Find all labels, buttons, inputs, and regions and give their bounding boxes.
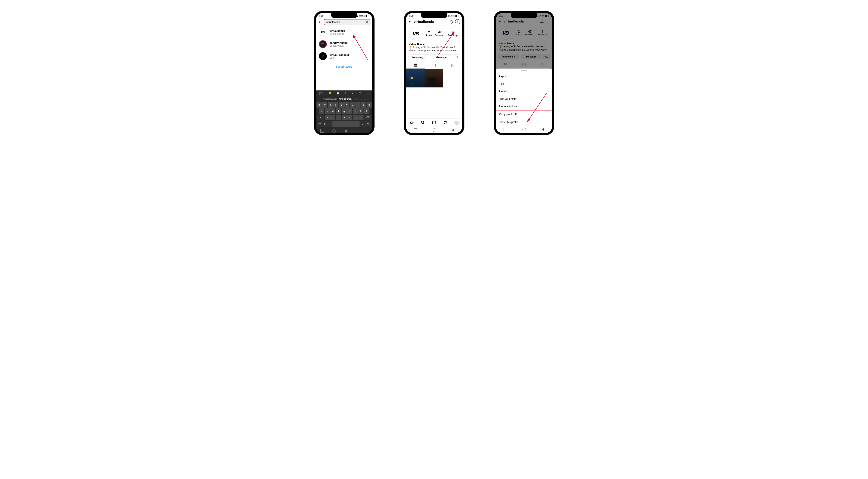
android-home-icon[interactable]	[523, 128, 526, 131]
key[interactable]: f	[336, 108, 341, 114]
key-shift[interactable]: ⇧	[317, 115, 324, 120]
phone-2: 3:26 9.4 K/s virtualbanda VB	[404, 11, 464, 135]
key-period[interactable]: .	[360, 121, 365, 127]
kb-collapse-icon[interactable]: ⌄	[318, 98, 320, 100]
key-emoji[interactable]: ☺	[323, 121, 327, 127]
key[interactable]: w	[322, 102, 327, 108]
nav-reels-icon[interactable]	[432, 121, 436, 125]
key[interactable]: k	[359, 108, 364, 114]
stat-following[interactable]: 7Following	[448, 31, 458, 37]
post-thumbnail[interactable]	[425, 69, 443, 88]
stat-posts[interactable]: 2Posts	[426, 31, 432, 37]
key[interactable]: c	[336, 115, 341, 120]
android-recent-icon[interactable]	[320, 129, 324, 133]
android-home-icon[interactable]	[332, 129, 336, 133]
svg-rect-12	[415, 65, 416, 66]
see-all-results[interactable]: See all results	[316, 62, 372, 71]
svg-point-7	[457, 23, 458, 23]
sheet-hide-story[interactable]: Hide your story	[496, 95, 552, 103]
android-back-icon[interactable]	[541, 128, 544, 131]
key[interactable]: q	[316, 102, 321, 108]
key[interactable]: d	[330, 108, 335, 114]
key[interactable]: s	[325, 108, 330, 114]
key[interactable]: z	[325, 115, 330, 120]
tab-grid[interactable]	[406, 62, 425, 69]
kb-more-icon[interactable]: ⋯	[367, 92, 369, 95]
sheet-restrict[interactable]: Restrict	[496, 88, 552, 95]
nav-profile-icon[interactable]	[455, 121, 459, 125]
key-search[interactable]: 🔍	[365, 121, 372, 127]
more-options-icon[interactable]	[456, 20, 460, 24]
post-thumbnail[interactable]: LIFE IS SHORT	[406, 69, 425, 88]
key-space[interactable]	[332, 121, 360, 127]
key[interactable]: p	[367, 102, 372, 108]
key[interactable]: b	[347, 115, 352, 120]
search-result[interactable]: bandavirtualrs Banda Virtual	[316, 38, 372, 50]
following-button[interactable]: Following	[408, 55, 429, 60]
kb-info-icon[interactable]: ⓘ	[359, 92, 361, 95]
sheet-remove-follower[interactable]: Remove follower	[496, 103, 552, 110]
kb-clipboard-icon[interactable]: 📋	[337, 92, 340, 95]
key[interactable]: r	[333, 102, 338, 108]
bottom-nav	[406, 119, 462, 127]
sheet-report[interactable]: Report…	[496, 73, 552, 80]
key[interactable]: u	[350, 102, 355, 108]
back-icon[interactable]	[318, 20, 322, 24]
message-button[interactable]: Message	[431, 55, 452, 60]
sheet-copy-url[interactable]: Copy profile URL	[496, 110, 552, 118]
kb-translate-icon[interactable]: ✎	[345, 92, 347, 95]
key[interactable]: h	[347, 108, 352, 114]
kb-sticker-icon[interactable]: 😊	[329, 92, 332, 95]
back-icon[interactable]	[408, 20, 412, 24]
android-back-icon[interactable]	[452, 128, 454, 132]
key[interactable]: t	[339, 102, 344, 108]
search-box[interactable]: ✕	[324, 19, 370, 25]
key[interactable]: o	[361, 102, 366, 108]
android-recent-icon[interactable]	[503, 128, 507, 131]
key[interactable]: a	[319, 108, 324, 114]
hashtag-link[interactable]: #Motivation	[444, 49, 457, 52]
keyboard[interactable]: GIF 😊 📋 ✎ ✓ ⓘ ⋯ ⌄ vir...@gma...com virtu…	[316, 91, 372, 133]
key[interactable]: n	[353, 115, 358, 120]
sheet-handle[interactable]	[521, 70, 527, 71]
android-back-icon[interactable]	[344, 130, 347, 133]
kb-gif-icon[interactable]: GIF	[319, 92, 323, 95]
key[interactable]: e	[328, 102, 333, 108]
svg-point-1	[323, 56, 323, 56]
key[interactable]: g	[342, 108, 347, 114]
kb-check-icon[interactable]: ✓	[352, 92, 354, 95]
suggest-users-button[interactable]	[454, 55, 460, 60]
search-result[interactable]: VB virtualbanda Virtual Banda	[316, 26, 372, 38]
kb-suggestion[interactable]: virtualbanda	[339, 98, 351, 100]
search-input[interactable]	[326, 21, 366, 24]
key-backspace[interactable]: ⌫	[364, 115, 372, 120]
clear-icon[interactable]: ✕	[366, 21, 369, 24]
android-recent-icon[interactable]	[414, 128, 417, 132]
kb-search-icon[interactable]	[365, 129, 368, 132]
profile-avatar[interactable]: VB	[409, 27, 423, 40]
sheet-share-profile[interactable]: Share this profile	[496, 118, 552, 126]
key[interactable]: m	[359, 115, 364, 120]
search-result[interactable]: virtual_bandaid Uzer	[316, 50, 372, 62]
key[interactable]: y	[344, 102, 349, 108]
phone-1: 3:26 225 B/s ✕ VB virtualbanda Virtual B…	[314, 11, 374, 135]
tab-tagged[interactable]	[443, 62, 462, 69]
status-time: 3:26	[409, 15, 413, 17]
kb-suggestion[interactable]: virtualbanda.wordpress.com	[354, 98, 370, 100]
stat-followers[interactable]: 47Followe…	[435, 31, 445, 37]
kb-suggestion[interactable]: vir...@gma...com	[323, 98, 337, 100]
nav-activity-icon[interactable]	[443, 121, 447, 125]
key-comma[interactable]: ,	[328, 121, 332, 127]
nav-search-icon[interactable]	[421, 121, 425, 125]
key-123[interactable]: 123	[317, 121, 322, 127]
sheet-block[interactable]: Block	[496, 80, 552, 88]
nav-home-icon[interactable]	[409, 121, 414, 125]
key[interactable]: l	[364, 108, 369, 114]
key[interactable]: v	[342, 115, 347, 120]
key[interactable]: j	[353, 108, 358, 114]
tab-reels[interactable]	[425, 62, 443, 69]
android-home-icon[interactable]	[433, 128, 436, 132]
key[interactable]: x	[330, 115, 335, 120]
notification-icon[interactable]	[449, 20, 454, 24]
key[interactable]: i	[355, 102, 361, 108]
